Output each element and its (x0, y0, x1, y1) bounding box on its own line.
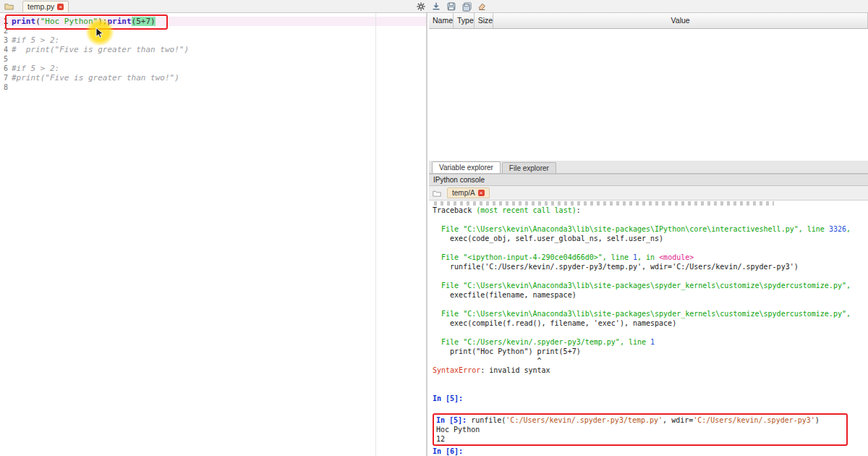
explorer-tabs: Variable explorer File explorer (429, 161, 868, 174)
code-segment: #if 5 > 2: (12, 35, 59, 45)
code-segment: In [5]: (436, 416, 471, 424)
editor-line-5[interactable]: 5 (0, 54, 426, 64)
console-line: In [5]: (433, 394, 868, 403)
line-number: 4 (0, 45, 12, 54)
annotation-red-box-console: In [5]: runfile('C:/Users/kevin/.spyder-… (433, 413, 848, 446)
console-line: execfile(filename, namespace) (433, 290, 868, 300)
code-segment: print (12, 17, 35, 26)
column-guide-line (375, 13, 376, 456)
console-line (433, 328, 868, 337)
folder-icon[interactable] (433, 187, 441, 200)
editor-line-6[interactable]: 6#if 5 > 2: (0, 64, 426, 73)
console-line (433, 271, 868, 281)
save-all-icon[interactable] (461, 1, 472, 12)
line-number: 6 (0, 64, 12, 73)
code-segment: In [5]: (433, 394, 463, 402)
console-line (433, 215, 868, 224)
editor-line-2[interactable]: 2 (0, 26, 426, 35)
column-header-size[interactable]: Size (475, 13, 493, 29)
code-segment: File "C:\Users\kevin\Anaconda3\lib\site-… (433, 310, 851, 318)
console-tab-bar: temp/A × (429, 186, 868, 200)
code-segment: # print("Five is greater than two!") (12, 45, 189, 54)
editor-line-1[interactable]: 1print("Hoc Python");print(5+7) (0, 17, 426, 26)
code-segment: 'C:/Users/kevin/.spyder-py3' (693, 416, 815, 424)
code-segment: #print("Five is greater than two!") (12, 73, 179, 83)
code-segment: , in (637, 253, 659, 261)
code-segment: "Hoc Python" (41, 17, 98, 26)
console-tab-close-icon[interactable]: × (478, 190, 485, 196)
editor-file-tab[interactable]: temp.py × (22, 1, 69, 12)
editor-line-4[interactable]: 4# print("Five is greater than two!") (0, 45, 426, 54)
code-segment: exec(compile(f.read(), filename, 'exec')… (433, 319, 676, 327)
tab-file-explorer[interactable]: File explorer (502, 162, 556, 173)
code-segment: 3326 (829, 225, 846, 233)
column-header-value[interactable]: Value (493, 13, 868, 29)
folder-icon (4, 2, 14, 10)
right-panel: Name Type Size Value Variable explorer F… (429, 13, 868, 456)
code-segment: , (846, 225, 851, 233)
console-line (433, 375, 868, 384)
console-line (433, 300, 868, 309)
console-line: In [5]: runfile('C:/Users/kevin/.spyder-… (436, 415, 844, 425)
code-segment: File "C:\Users\kevin\Anaconda3\lib\site-… (433, 282, 851, 290)
console-line: 12 (436, 434, 844, 444)
code-segment: (5+7) (132, 17, 156, 26)
line-number: 7 (0, 73, 12, 83)
console-line (433, 384, 868, 394)
editor-line-7[interactable]: 7#print("Five is greater than two!") (0, 73, 426, 83)
console-line: Hoc Python (436, 425, 844, 434)
tab-close-icon[interactable]: × (57, 4, 64, 10)
line-number: 8 (0, 83, 12, 92)
line-number: 2 (0, 26, 12, 35)
console-tab[interactable]: temp/A × (447, 187, 490, 198)
gear-icon[interactable] (416, 1, 426, 12)
code-segment: 'C:/Users/kevin/.spyder-py3/temp.py' (506, 416, 663, 424)
console-line: File "C:\Users\kevin\Anaconda3\lib\site-… (433, 281, 868, 290)
variable-explorer-header: Name Type Size Value (429, 13, 868, 29)
console-line: File "C:\Users\kevin\Anaconda3\lib\site-… (433, 309, 868, 318)
code-segment: ^ (433, 357, 542, 365)
line-number: 3 (0, 35, 12, 45)
code-segment: runfile('C:/Users/kevin/.spyder-py3/temp… (433, 263, 799, 271)
code-editor[interactable]: 1print("Hoc Python");print(5+7)23#if 5 >… (0, 13, 427, 456)
top-toolbar: temp.py × (0, 0, 868, 13)
code-segment: SyntaxError (433, 366, 480, 374)
eraser-icon[interactable] (477, 1, 487, 12)
code-segment: 12 (436, 435, 445, 443)
code-segment: : invalid syntax (480, 366, 550, 374)
code-segment: print (107, 17, 131, 26)
console-line: exec(code_obj, self.user_global_ns, self… (433, 234, 868, 243)
console-line (433, 403, 868, 413)
editor-line-8[interactable]: 8 (0, 83, 426, 92)
column-header-type[interactable]: Type (454, 13, 475, 29)
code-segment: ( (35, 17, 41, 26)
console-line: runfile('C:/Users/kevin/.spyder-py3/temp… (433, 262, 868, 271)
code-segment: File "<ipython-input-4-290ce04d66d0>", l… (433, 253, 633, 261)
download-icon[interactable] (431, 1, 441, 12)
editor-line-3[interactable]: 3#if 5 > 2: (0, 35, 426, 45)
code-segment: Hoc Python (436, 426, 480, 434)
editor-tab-label: temp.py (27, 2, 54, 11)
code-segment: (most recent call last) (476, 206, 576, 214)
code-segment: print("Hoc Python") print(5+7) (433, 347, 581, 355)
ipython-console[interactable]: Traceback (most recent call last): File … (429, 200, 868, 456)
console-line: Traceback (most recent call last): (433, 206, 868, 215)
column-header-name[interactable]: Name (429, 13, 454, 29)
code-segment: ) (98, 17, 103, 26)
save-icon[interactable] (446, 1, 456, 12)
console-line: File "C:\Users\kevin\Anaconda3\lib\site-… (433, 224, 868, 234)
code-segment: : (576, 206, 581, 214)
tab-variable-explorer[interactable]: Variable explorer (432, 161, 501, 173)
code-segment: 1 (650, 338, 655, 346)
console-line: SyntaxError: invalid syntax (433, 366, 868, 375)
console-line: In [6]: (433, 447, 868, 456)
code-segment: In [6]: (433, 447, 463, 455)
variable-table-body[interactable] (429, 29, 868, 161)
code-segment: File "C:/Users/kevin/.spyder-py3/temp.py… (433, 338, 650, 346)
code-segment: ) (815, 416, 820, 424)
toolbar-icons (416, 1, 487, 12)
console-line (433, 243, 868, 253)
console-tab-label: temp/A (452, 189, 475, 197)
console-line: exec(compile(f.read(), filename, 'exec')… (433, 318, 868, 328)
code-segment: , wdir= (663, 416, 693, 424)
